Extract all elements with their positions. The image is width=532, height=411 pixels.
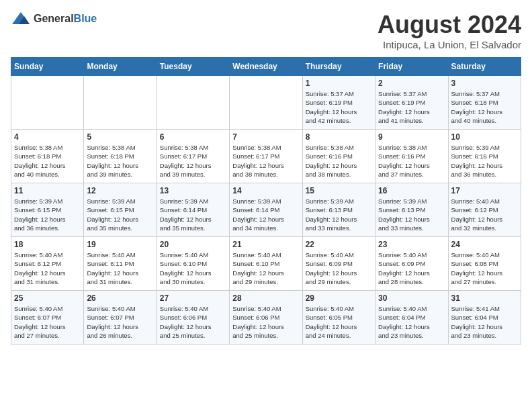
weekday-header-tuesday: Tuesday [157, 58, 229, 76]
day-number: 28 [232, 293, 299, 303]
weekday-header-sunday: Sunday [11, 58, 84, 76]
day-number: 15 [306, 186, 372, 195]
day-number: 5 [87, 132, 153, 142]
weekday-header-monday: Monday [84, 58, 157, 76]
calendar-cell: 5Sunrise: 5:38 AM Sunset: 6:18 PM Daylig… [84, 130, 157, 183]
calendar-cell: 8Sunrise: 5:38 AM Sunset: 6:16 PM Daylig… [302, 130, 375, 183]
calendar-table: SundayMondayTuesdayWednesdayThursdayFrid… [11, 57, 521, 345]
day-info: Sunrise: 5:41 AM Sunset: 6:04 PM Dayligh… [451, 304, 518, 340]
day-number: 12 [87, 186, 153, 195]
logo-general: General [34, 13, 74, 24]
day-info: Sunrise: 5:40 AM Sunset: 6:09 PM Dayligh… [306, 250, 372, 286]
day-info: Sunrise: 5:40 AM Sunset: 6:08 PM Dayligh… [451, 250, 518, 286]
week-row-4: 18Sunrise: 5:40 AM Sunset: 6:12 PM Dayli… [11, 237, 521, 291]
logo-blue: Blue [74, 13, 97, 24]
day-number: 2 [378, 79, 445, 88]
weekday-header-saturday: Saturday [448, 58, 521, 76]
calendar-cell: 25Sunrise: 5:40 AM Sunset: 6:07 PM Dayli… [11, 291, 84, 345]
day-info: Sunrise: 5:39 AM Sunset: 6:15 PM Dayligh… [87, 197, 153, 232]
calendar-cell: 29Sunrise: 5:40 AM Sunset: 6:05 PM Dayli… [302, 291, 375, 345]
week-row-1: 1Sunrise: 5:37 AM Sunset: 6:19 PM Daylig… [11, 76, 521, 130]
calendar-cell [11, 76, 84, 130]
calendar-cell: 7Sunrise: 5:38 AM Sunset: 6:17 PM Daylig… [230, 130, 302, 183]
day-info: Sunrise: 5:38 AM Sunset: 6:17 PM Dayligh… [232, 143, 299, 179]
day-number: 19 [87, 240, 153, 249]
day-number: 21 [232, 240, 299, 249]
day-info: Sunrise: 5:37 AM Sunset: 6:19 PM Dayligh… [378, 89, 445, 125]
calendar-cell: 26Sunrise: 5:40 AM Sunset: 6:07 PM Dayli… [84, 291, 157, 345]
page-header: GeneralBlue August 2024 Intipuca, La Uni… [11, 11, 521, 50]
day-number: 11 [14, 186, 81, 195]
calendar-cell: 9Sunrise: 5:38 AM Sunset: 6:16 PM Daylig… [375, 130, 448, 183]
day-info: Sunrise: 5:40 AM Sunset: 6:07 PM Dayligh… [87, 304, 153, 340]
calendar-cell: 13Sunrise: 5:39 AM Sunset: 6:14 PM Dayli… [157, 183, 229, 237]
day-number: 22 [306, 240, 372, 249]
calendar-cell: 28Sunrise: 5:40 AM Sunset: 6:06 PM Dayli… [230, 291, 302, 345]
calendar-cell: 12Sunrise: 5:39 AM Sunset: 6:15 PM Dayli… [84, 183, 157, 237]
day-number: 23 [378, 240, 445, 249]
day-info: Sunrise: 5:38 AM Sunset: 6:16 PM Dayligh… [306, 143, 372, 179]
logo: GeneralBlue [11, 11, 97, 27]
day-number: 16 [378, 186, 445, 195]
calendar-cell: 3Sunrise: 5:37 AM Sunset: 6:18 PM Daylig… [448, 76, 521, 130]
calendar-cell: 19Sunrise: 5:40 AM Sunset: 6:11 PM Dayli… [84, 237, 157, 291]
day-info: Sunrise: 5:38 AM Sunset: 6:17 PM Dayligh… [160, 143, 226, 179]
day-number: 20 [160, 240, 226, 249]
day-info: Sunrise: 5:40 AM Sunset: 6:11 PM Dayligh… [87, 250, 153, 286]
calendar-cell: 2Sunrise: 5:37 AM Sunset: 6:19 PM Daylig… [375, 76, 448, 130]
day-number: 4 [14, 132, 81, 142]
title-area: August 2024 Intipuca, La Union, El Salva… [378, 11, 521, 50]
day-info: Sunrise: 5:40 AM Sunset: 6:07 PM Dayligh… [14, 304, 81, 340]
day-number: 29 [306, 293, 372, 303]
day-info: Sunrise: 5:37 AM Sunset: 6:19 PM Dayligh… [306, 89, 372, 125]
week-row-5: 25Sunrise: 5:40 AM Sunset: 6:07 PM Dayli… [11, 291, 521, 345]
day-info: Sunrise: 5:39 AM Sunset: 6:16 PM Dayligh… [451, 143, 518, 179]
day-info: Sunrise: 5:40 AM Sunset: 6:10 PM Dayligh… [232, 250, 299, 286]
calendar-cell: 22Sunrise: 5:40 AM Sunset: 6:09 PM Dayli… [302, 237, 375, 291]
calendar-cell: 17Sunrise: 5:40 AM Sunset: 6:12 PM Dayli… [448, 183, 521, 237]
day-number: 26 [87, 293, 153, 303]
day-number: 7 [232, 132, 299, 142]
day-info: Sunrise: 5:40 AM Sunset: 6:04 PM Dayligh… [378, 304, 445, 340]
calendar-cell: 10Sunrise: 5:39 AM Sunset: 6:16 PM Dayli… [448, 130, 521, 183]
day-number: 31 [451, 293, 518, 303]
day-info: Sunrise: 5:38 AM Sunset: 6:16 PM Dayligh… [378, 143, 445, 179]
calendar-cell: 4Sunrise: 5:38 AM Sunset: 6:18 PM Daylig… [11, 130, 84, 183]
day-number: 13 [160, 186, 226, 195]
calendar-cell: 15Sunrise: 5:39 AM Sunset: 6:13 PM Dayli… [302, 183, 375, 237]
calendar-cell: 30Sunrise: 5:40 AM Sunset: 6:04 PM Dayli… [375, 291, 448, 345]
day-info: Sunrise: 5:40 AM Sunset: 6:12 PM Dayligh… [451, 197, 518, 232]
day-number: 18 [14, 240, 81, 249]
weekday-header-friday: Friday [375, 58, 448, 76]
day-info: Sunrise: 5:39 AM Sunset: 6:15 PM Dayligh… [14, 197, 81, 232]
weekday-header-wednesday: Wednesday [230, 58, 302, 76]
day-info: Sunrise: 5:40 AM Sunset: 6:10 PM Dayligh… [160, 250, 226, 286]
day-number: 3 [451, 79, 518, 88]
calendar-subtitle: Intipuca, La Union, El Salvador [378, 39, 521, 50]
calendar-cell: 11Sunrise: 5:39 AM Sunset: 6:15 PM Dayli… [11, 183, 84, 237]
day-number: 9 [378, 132, 445, 142]
day-info: Sunrise: 5:37 AM Sunset: 6:18 PM Dayligh… [451, 89, 518, 125]
weekday-header-row: SundayMondayTuesdayWednesdayThursdayFrid… [11, 58, 521, 76]
calendar-cell: 27Sunrise: 5:40 AM Sunset: 6:06 PM Dayli… [157, 291, 229, 345]
day-info: Sunrise: 5:39 AM Sunset: 6:13 PM Dayligh… [306, 197, 372, 232]
calendar-cell [230, 76, 302, 130]
day-info: Sunrise: 5:40 AM Sunset: 6:12 PM Dayligh… [14, 250, 81, 286]
calendar-cell: 24Sunrise: 5:40 AM Sunset: 6:08 PM Dayli… [448, 237, 521, 291]
day-number: 30 [378, 293, 445, 303]
day-number: 25 [14, 293, 81, 303]
calendar-title: August 2024 [378, 11, 521, 39]
day-number: 1 [306, 79, 372, 88]
calendar-cell [84, 76, 157, 130]
calendar-cell: 23Sunrise: 5:40 AM Sunset: 6:09 PM Dayli… [375, 237, 448, 291]
day-info: Sunrise: 5:40 AM Sunset: 6:05 PM Dayligh… [306, 304, 372, 340]
day-number: 24 [451, 240, 518, 249]
calendar-cell: 16Sunrise: 5:39 AM Sunset: 6:13 PM Dayli… [375, 183, 448, 237]
calendar-cell: 6Sunrise: 5:38 AM Sunset: 6:17 PM Daylig… [157, 130, 229, 183]
day-number: 6 [160, 132, 226, 142]
day-number: 8 [306, 132, 372, 142]
calendar-cell [157, 76, 229, 130]
day-number: 10 [451, 132, 518, 142]
calendar-cell: 18Sunrise: 5:40 AM Sunset: 6:12 PM Dayli… [11, 237, 84, 291]
day-number: 17 [451, 186, 518, 195]
